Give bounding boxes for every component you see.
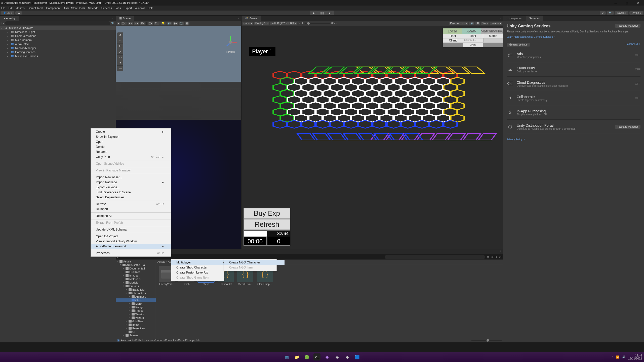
context-menu-item[interactable]: Show in Explorer <box>91 134 171 139</box>
overlay-match-btn[interactable]: Match <box>483 34 503 38</box>
context-menu-item[interactable]: Delete <box>91 144 171 149</box>
tool-custom[interactable]: ⋯ <box>117 66 123 71</box>
tool-view[interactable]: ✥ <box>117 32 123 38</box>
orientation-gizmo[interactable] <box>222 33 239 51</box>
project-tree-row[interactable]: ▸Animatio <box>116 295 156 298</box>
overlay-code-input[interactable]: Enter cod... <box>463 38 484 43</box>
hierarchy-scene-row[interactable]: ▾◈Multiplayer4Players <box>0 26 116 30</box>
project-toolbar-icon-2[interactable]: 👁 <box>491 255 494 258</box>
scene-lighting-toggle[interactable]: 💡 <box>160 22 166 25</box>
pause-button[interactable]: ❚❚ <box>318 11 326 15</box>
tool-rect[interactable]: ▭ <box>117 55 123 60</box>
breadcrumb-segment[interactable]: Assets <box>157 260 165 263</box>
project-tree-row[interactable]: ▸Wizard <box>116 316 156 320</box>
window-close-button[interactable]: ✕ <box>633 0 643 5</box>
context-menu-item[interactable]: Select Dependencies <box>91 195 171 200</box>
project-tree-row[interactable]: ▸Documentati <box>116 267 156 270</box>
overlay-client-btn[interactable]: Client <box>443 38 463 43</box>
undo-history-button[interactable]: ↺ <box>600 11 606 15</box>
taskbar-start-icon[interactable]: ▦ <box>283 353 290 360</box>
tray-wifi-icon[interactable]: 📶 <box>616 355 620 359</box>
context-menu-item[interactable]: Copy PathAlt+Ctrl+C <box>91 154 171 159</box>
context-menu-item[interactable]: Update UXML Schema <box>91 227 171 232</box>
tab-services[interactable]: Services <box>526 16 543 21</box>
tab-dock-icon[interactable]: ⠇ <box>498 16 503 21</box>
project-search-input[interactable] <box>385 255 485 259</box>
taskbar-unity-hub-icon[interactable]: ◈ <box>334 353 341 360</box>
scene-shading-dropdown[interactable]: ▾ <box>117 22 120 25</box>
tool-transform[interactable]: ✦ <box>117 60 123 66</box>
context-menu-item[interactable]: Create NGO Character <box>224 260 285 265</box>
project-tree-row[interactable]: ▸Models <box>116 281 156 284</box>
menu-netcode[interactable]: Netcode <box>88 7 98 10</box>
context-menu-item[interactable]: Open <box>91 139 171 144</box>
menu-assets[interactable]: Assets <box>16 7 25 10</box>
package-manager-button[interactable]: Package Manager <box>615 24 640 28</box>
project-tree-row[interactable]: ▸Monk <box>116 302 156 305</box>
layers-dropdown[interactable]: Layers ▾ <box>615 11 628 15</box>
game-mute-toggle[interactable]: 🔊 <box>469 22 474 25</box>
context-menu-item[interactable]: Properties...Alt+P <box>91 251 171 256</box>
hierarchy-row[interactable]: ▸CameraPositions <box>0 34 116 38</box>
game-gizmos-toggle[interactable]: Gizmos ▾ <box>490 22 502 25</box>
context-menu-item[interactable]: Create▸ <box>91 129 171 134</box>
tab-scene[interactable]: ▦ Scene <box>116 16 134 21</box>
service-toggle-off[interactable]: OFF <box>635 97 640 100</box>
context-menu-item[interactable]: Auto-Battle Framework▸ <box>91 244 171 249</box>
step-button[interactable]: ▶| <box>326 11 334 15</box>
project-tree-row[interactable]: ▸Battlefield <box>116 288 156 291</box>
project-tree-row[interactable]: ▸UI <box>116 330 156 334</box>
project-tree-row[interactable]: ▸Warrior <box>116 312 156 316</box>
project-tree-row[interactable]: ▸Materials <box>116 277 156 281</box>
menu-jobs[interactable]: Jobs <box>115 7 121 10</box>
project-zoom-slider[interactable] <box>471 340 502 341</box>
windows-taskbar[interactable]: ▦ 📁 🟢 >_ ◆ ◈ ◆ 🟦 ˄ 📶 🔊 13:46 18/11/2022 <box>0 352 644 362</box>
hierarchy-row[interactable]: ▸Main Camera <box>0 38 116 42</box>
game-viewport[interactable]: Player 1 Local Relay Matchmaking <box>242 26 503 249</box>
project-tree-row[interactable]: ▸GridTiles <box>116 270 156 274</box>
taskbar-terminal-icon[interactable]: >_ <box>313 353 320 360</box>
context-menu-item[interactable]: Multiplayer▸ <box>171 260 232 265</box>
scene-gizmo-mode[interactable]: ✦▾ <box>128 22 133 25</box>
menu-edit[interactable]: Edit <box>9 7 13 10</box>
hierarchy-search-input[interactable] <box>5 21 110 25</box>
project-toolbar-icon-1[interactable]: ▦ <box>487 255 489 259</box>
project-tree[interactable]: ▾Assets▾Auto-Battle Fra▸Documentati▸Grid… <box>116 260 156 338</box>
hierarchy-row[interactable]: ▸Auto-Battle <box>0 42 116 46</box>
context-menu-item[interactable]: Open C# Project <box>91 234 171 239</box>
project-tree-row[interactable]: ▾Auto-Battle Fra <box>116 263 156 267</box>
tab-dock-icon[interactable]: ⠇ <box>639 16 644 21</box>
tab-dock-icon[interactable]: ⠇ <box>498 249 503 254</box>
context-menu-item[interactable]: Import Package▸ <box>91 180 171 185</box>
overlay-host-btn-relay[interactable]: Host <box>463 34 483 38</box>
menu-export[interactable]: Export <box>124 7 132 10</box>
window-maximize-button[interactable]: ▢ <box>622 0 632 5</box>
project-tree-row[interactable]: ▸GridTiles <box>116 320 156 323</box>
context-menu-item[interactable]: Reimport <box>91 207 171 212</box>
project-tree-row[interactable]: ▸Scenes <box>116 334 156 337</box>
tool-rotate[interactable]: ↻ <box>117 43 123 49</box>
context-menu-item[interactable]: View in Import Activity Window <box>91 239 171 244</box>
scene-handle[interactable]: ⊞▾ <box>140 22 145 25</box>
service-row[interactable]: 🏷 AdsMonetize your games OFF <box>507 48 640 62</box>
buy-exp-button[interactable]: Buy Exp <box>244 208 290 219</box>
hierarchy-row[interactable]: ▸NetworkManager <box>0 46 116 50</box>
context-menu-item[interactable]: Create Fusion Level Up <box>171 270 232 275</box>
scene-fx-toggle[interactable]: ◐▾ <box>173 22 178 25</box>
project-tree-row[interactable]: ▾Assets <box>116 260 156 263</box>
service-toggle-off[interactable]: OFF <box>635 54 640 57</box>
search-button[interactable]: 🔍 <box>607 11 614 15</box>
context-menu-item[interactable]: Reimport All <box>91 213 171 218</box>
taskbar-chrome-icon[interactable]: 🟢 <box>303 353 310 360</box>
project-tree-row[interactable]: ▸Items <box>116 323 156 327</box>
tab-inspector[interactable]: ⓘ Inspector <box>503 16 526 21</box>
project-tree-row[interactable]: ▸Images <box>116 274 156 277</box>
service-row[interactable]: ⌫ Cloud DiagnosticsDiscover app errors a… <box>507 77 640 91</box>
scene-audio-toggle[interactable]: 🔊 <box>167 22 172 25</box>
menu-component[interactable]: Component <box>46 7 60 10</box>
menu-services[interactable]: Services <box>101 7 112 10</box>
tab-dock-icon[interactable]: ⠇ <box>236 16 241 21</box>
scene-pivot[interactable]: ⤧▾ <box>134 22 139 25</box>
privacy-policy-link[interactable]: Privacy Policy ↗ <box>507 138 640 141</box>
overlay-tab-matchmaking[interactable]: Matchmaking <box>481 28 503 34</box>
